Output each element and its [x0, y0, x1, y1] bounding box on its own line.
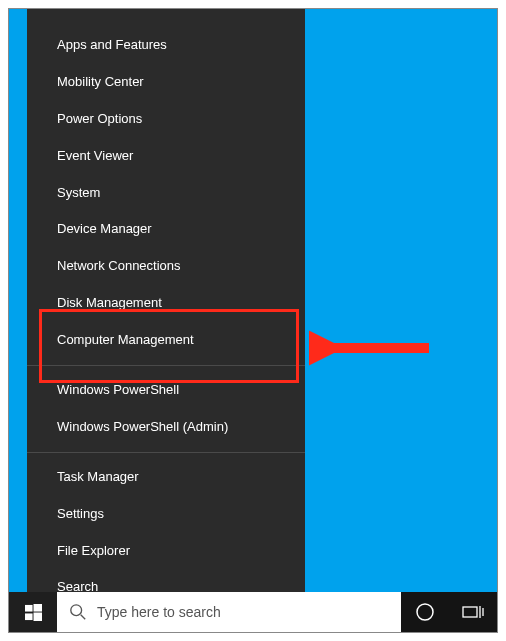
menu-item-network-connections[interactable]: Network Connections: [27, 248, 305, 285]
menu-label: Task Manager: [57, 469, 139, 484]
menu-label: Network Connections: [57, 258, 181, 273]
menu-separator: [27, 452, 305, 453]
menu-item-task-manager[interactable]: Task Manager: [27, 459, 305, 496]
windows-logo-icon: [25, 604, 42, 621]
menu-item-powershell[interactable]: Windows PowerShell: [27, 372, 305, 409]
annotation-arrow-icon: [309, 328, 439, 368]
cortana-icon: [415, 602, 435, 622]
menu-item-mobility-center[interactable]: Mobility Center: [27, 64, 305, 101]
menu-label: System: [57, 185, 100, 200]
search-icon: [69, 603, 87, 621]
svg-rect-3: [33, 612, 42, 621]
svg-line-5: [81, 615, 86, 620]
start-button[interactable]: [9, 592, 57, 632]
taskbar: Type here to search: [9, 592, 497, 632]
search-placeholder: Type here to search: [97, 604, 221, 620]
menu-item-computer-management[interactable]: Computer Management: [27, 322, 305, 359]
menu-item-file-explorer[interactable]: File Explorer: [27, 533, 305, 570]
search-box[interactable]: Type here to search: [57, 592, 401, 632]
svg-rect-0: [25, 604, 33, 611]
menu-label: Windows PowerShell (Admin): [57, 419, 228, 434]
menu-item-powershell-admin[interactable]: Windows PowerShell (Admin): [27, 409, 305, 446]
menu-label: Windows PowerShell: [57, 382, 179, 397]
menu-label: Mobility Center: [57, 74, 144, 89]
svg-point-4: [71, 605, 82, 616]
menu-item-apps-features[interactable]: Apps and Features: [27, 27, 305, 64]
menu-label: Settings: [57, 506, 104, 521]
task-view-icon: [462, 604, 484, 620]
menu-separator: [27, 365, 305, 366]
menu-label: Disk Management: [57, 295, 162, 310]
svg-rect-2: [25, 613, 33, 620]
menu-label: Power Options: [57, 111, 142, 126]
menu-label: File Explorer: [57, 543, 130, 558]
menu-item-system[interactable]: System: [27, 175, 305, 212]
menu-label: Apps and Features: [57, 37, 167, 52]
menu-item-event-viewer[interactable]: Event Viewer: [27, 138, 305, 175]
menu-label: Computer Management: [57, 332, 194, 347]
menu-label: Event Viewer: [57, 148, 133, 163]
svg-rect-7: [463, 607, 477, 617]
menu-item-settings[interactable]: Settings: [27, 496, 305, 533]
menu-item-power-options[interactable]: Power Options: [27, 101, 305, 138]
cortana-button[interactable]: [401, 592, 449, 632]
desktop-area: Apps and Features Mobility Center Power …: [8, 8, 498, 633]
svg-rect-1: [33, 604, 42, 612]
menu-item-device-manager[interactable]: Device Manager: [27, 211, 305, 248]
task-view-button[interactable]: [449, 592, 497, 632]
winx-context-menu: Apps and Features Mobility Center Power …: [27, 9, 305, 633]
menu-label: Device Manager: [57, 221, 152, 236]
menu-item-disk-management[interactable]: Disk Management: [27, 285, 305, 322]
svg-point-6: [417, 604, 433, 620]
